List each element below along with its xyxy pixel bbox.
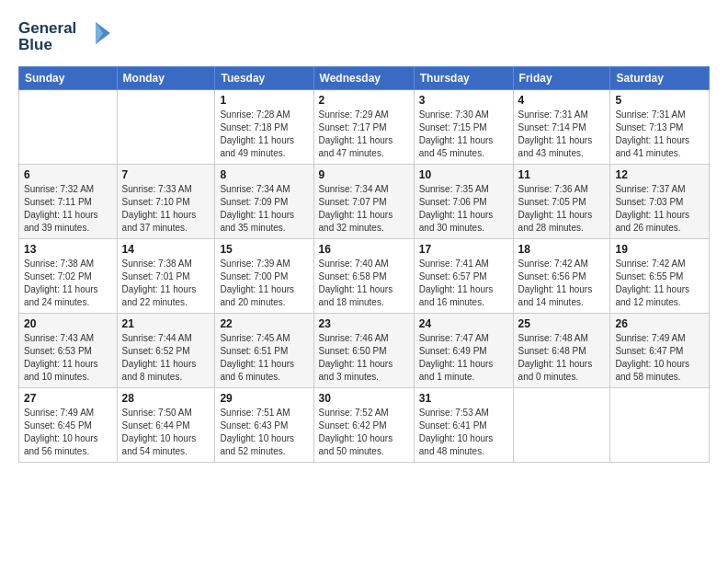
calendar-week-5: 27Sunrise: 7:49 AM Sunset: 6:45 PM Dayli…	[19, 388, 710, 463]
page-container: General Blue SundayMondayTuesdayWednesda…	[0, 0, 728, 472]
calendar-cell: 2Sunrise: 7:29 AM Sunset: 7:17 PM Daylig…	[313, 90, 414, 165]
header: General Blue	[18, 15, 710, 59]
calendar-cell: 22Sunrise: 7:45 AM Sunset: 6:51 PM Dayli…	[215, 314, 313, 388]
day-info: Sunrise: 7:47 AM Sunset: 6:49 PM Dayligh…	[419, 332, 508, 384]
calendar-cell: 31Sunrise: 7:53 AM Sunset: 6:41 PM Dayli…	[414, 388, 513, 463]
weekday-header-tuesday: Tuesday	[215, 67, 313, 90]
day-number: 9	[319, 168, 409, 181]
calendar-cell: 4Sunrise: 7:31 AM Sunset: 7:14 PM Daylig…	[513, 90, 610, 165]
day-info: Sunrise: 7:39 AM Sunset: 7:00 PM Dayligh…	[220, 258, 308, 309]
calendar-cell: 15Sunrise: 7:39 AM Sunset: 7:00 PM Dayli…	[215, 239, 313, 314]
calendar-cell	[117, 90, 215, 165]
day-number: 11	[518, 168, 606, 181]
calendar-cell: 25Sunrise: 7:48 AM Sunset: 6:48 PM Dayli…	[513, 314, 610, 388]
day-number: 2	[319, 94, 409, 107]
calendar-cell: 16Sunrise: 7:40 AM Sunset: 6:58 PM Dayli…	[313, 239, 414, 314]
calendar-cell: 10Sunrise: 7:35 AM Sunset: 7:06 PM Dayli…	[414, 165, 513, 239]
day-number: 22	[220, 317, 308, 330]
calendar-cell: 5Sunrise: 7:31 AM Sunset: 7:13 PM Daylig…	[610, 90, 710, 165]
day-number: 8	[220, 168, 308, 181]
day-info: Sunrise: 7:29 AM Sunset: 7:17 PM Dayligh…	[319, 109, 409, 160]
calendar-cell: 27Sunrise: 7:49 AM Sunset: 6:45 PM Dayli…	[19, 388, 118, 463]
day-info: Sunrise: 7:40 AM Sunset: 6:58 PM Dayligh…	[319, 258, 409, 309]
weekday-header-thursday: Thursday	[414, 67, 513, 90]
day-info: Sunrise: 7:42 AM Sunset: 6:56 PM Dayligh…	[518, 258, 606, 309]
day-info: Sunrise: 7:45 AM Sunset: 6:51 PM Dayligh…	[220, 332, 308, 384]
day-number: 28	[122, 392, 210, 405]
day-info: Sunrise: 7:52 AM Sunset: 6:42 PM Dayligh…	[319, 407, 409, 458]
day-number: 30	[319, 392, 409, 405]
day-info: Sunrise: 7:34 AM Sunset: 7:07 PM Dayligh…	[319, 183, 409, 235]
day-info: Sunrise: 7:34 AM Sunset: 7:09 PM Dayligh…	[220, 183, 308, 235]
svg-text:Blue: Blue	[18, 36, 52, 53]
calendar-cell: 29Sunrise: 7:51 AM Sunset: 6:43 PM Dayli…	[215, 388, 313, 463]
day-info: Sunrise: 7:37 AM Sunset: 7:03 PM Dayligh…	[615, 183, 704, 235]
day-number: 13	[24, 243, 112, 256]
day-info: Sunrise: 7:36 AM Sunset: 7:05 PM Dayligh…	[518, 183, 606, 235]
calendar-cell: 12Sunrise: 7:37 AM Sunset: 7:03 PM Dayli…	[610, 165, 710, 239]
day-info: Sunrise: 7:28 AM Sunset: 7:18 PM Dayligh…	[220, 109, 308, 160]
day-info: Sunrise: 7:32 AM Sunset: 7:11 PM Dayligh…	[24, 183, 112, 235]
day-info: Sunrise: 7:42 AM Sunset: 6:55 PM Dayligh…	[615, 258, 704, 309]
day-number: 24	[419, 317, 508, 330]
calendar-cell	[19, 90, 118, 165]
calendar-week-3: 13Sunrise: 7:38 AM Sunset: 7:02 PM Dayli…	[19, 239, 710, 314]
calendar-week-4: 20Sunrise: 7:43 AM Sunset: 6:53 PM Dayli…	[19, 314, 710, 388]
day-info: Sunrise: 7:51 AM Sunset: 6:43 PM Dayligh…	[220, 407, 308, 458]
day-number: 6	[24, 168, 112, 181]
calendar-cell: 14Sunrise: 7:38 AM Sunset: 7:01 PM Dayli…	[117, 239, 215, 314]
day-info: Sunrise: 7:49 AM Sunset: 6:47 PM Dayligh…	[615, 332, 704, 384]
day-number: 1	[220, 94, 308, 107]
calendar-week-2: 6Sunrise: 7:32 AM Sunset: 7:11 PM Daylig…	[19, 165, 710, 239]
weekday-header-row: SundayMondayTuesdayWednesdayThursdayFrid…	[19, 67, 710, 90]
day-info: Sunrise: 7:48 AM Sunset: 6:48 PM Dayligh…	[518, 332, 606, 384]
calendar-cell: 13Sunrise: 7:38 AM Sunset: 7:02 PM Dayli…	[19, 239, 118, 314]
logo-text: General Blue	[18, 15, 119, 59]
day-number: 16	[319, 243, 409, 256]
day-number: 31	[419, 392, 508, 405]
day-number: 26	[615, 317, 704, 330]
calendar-cell: 17Sunrise: 7:41 AM Sunset: 6:57 PM Dayli…	[414, 239, 513, 314]
calendar-cell: 1Sunrise: 7:28 AM Sunset: 7:18 PM Daylig…	[215, 90, 313, 165]
calendar-cell: 7Sunrise: 7:33 AM Sunset: 7:10 PM Daylig…	[117, 165, 215, 239]
day-number: 3	[419, 94, 508, 107]
calendar-cell: 20Sunrise: 7:43 AM Sunset: 6:53 PM Dayli…	[19, 314, 118, 388]
weekday-header-wednesday: Wednesday	[313, 67, 414, 90]
weekday-header-saturday: Saturday	[610, 67, 710, 90]
day-number: 29	[220, 392, 308, 405]
calendar-cell: 9Sunrise: 7:34 AM Sunset: 7:07 PM Daylig…	[313, 165, 414, 239]
day-number: 27	[24, 392, 112, 405]
day-info: Sunrise: 7:38 AM Sunset: 7:01 PM Dayligh…	[122, 258, 210, 309]
calendar-cell	[610, 388, 710, 463]
calendar-cell: 26Sunrise: 7:49 AM Sunset: 6:47 PM Dayli…	[610, 314, 710, 388]
calendar-cell: 19Sunrise: 7:42 AM Sunset: 6:55 PM Dayli…	[610, 239, 710, 314]
day-info: Sunrise: 7:49 AM Sunset: 6:45 PM Dayligh…	[24, 407, 112, 458]
calendar-week-1: 1Sunrise: 7:28 AM Sunset: 7:18 PM Daylig…	[19, 90, 710, 165]
calendar-cell: 6Sunrise: 7:32 AM Sunset: 7:11 PM Daylig…	[19, 165, 118, 239]
day-number: 19	[615, 243, 704, 256]
weekday-header-sunday: Sunday	[19, 67, 118, 90]
day-number: 14	[122, 243, 210, 256]
calendar-cell	[513, 388, 610, 463]
day-info: Sunrise: 7:41 AM Sunset: 6:57 PM Dayligh…	[419, 258, 508, 309]
calendar-cell: 24Sunrise: 7:47 AM Sunset: 6:49 PM Dayli…	[414, 314, 513, 388]
day-info: Sunrise: 7:46 AM Sunset: 6:50 PM Dayligh…	[319, 332, 409, 384]
day-info: Sunrise: 7:44 AM Sunset: 6:52 PM Dayligh…	[122, 332, 210, 384]
day-number: 4	[518, 94, 606, 107]
day-number: 7	[122, 168, 210, 181]
svg-text:General: General	[18, 19, 76, 37]
calendar-cell: 23Sunrise: 7:46 AM Sunset: 6:50 PM Dayli…	[313, 314, 414, 388]
day-number: 15	[220, 243, 308, 256]
day-info: Sunrise: 7:50 AM Sunset: 6:44 PM Dayligh…	[122, 407, 210, 458]
day-number: 12	[615, 168, 704, 181]
calendar-table: SundayMondayTuesdayWednesdayThursdayFrid…	[18, 66, 710, 463]
calendar-cell: 3Sunrise: 7:30 AM Sunset: 7:15 PM Daylig…	[414, 90, 513, 165]
day-info: Sunrise: 7:33 AM Sunset: 7:10 PM Dayligh…	[122, 183, 210, 235]
weekday-header-monday: Monday	[117, 67, 215, 90]
day-number: 25	[518, 317, 606, 330]
day-info: Sunrise: 7:31 AM Sunset: 7:13 PM Dayligh…	[615, 109, 704, 160]
day-number: 18	[518, 243, 606, 256]
weekday-header-friday: Friday	[513, 67, 610, 90]
day-info: Sunrise: 7:30 AM Sunset: 7:15 PM Dayligh…	[419, 109, 508, 160]
day-info: Sunrise: 7:43 AM Sunset: 6:53 PM Dayligh…	[24, 332, 112, 384]
